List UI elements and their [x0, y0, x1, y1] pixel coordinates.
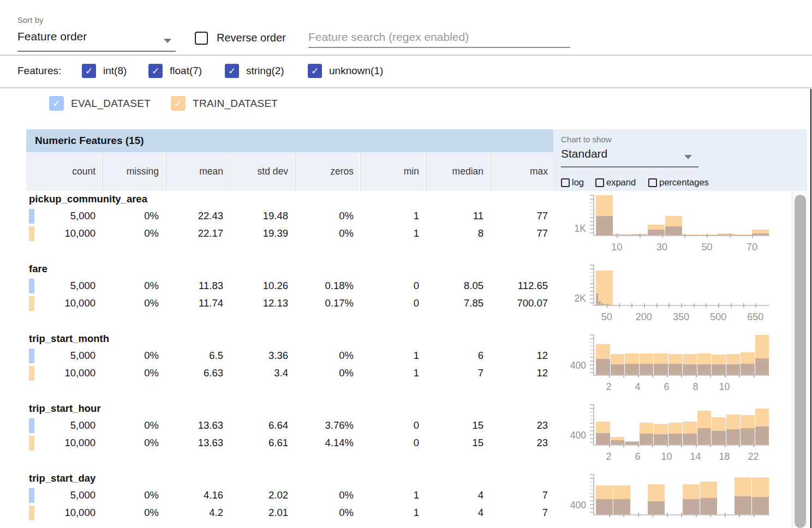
- cell-min: 1: [359, 347, 425, 364]
- percentages-label: percentages: [659, 177, 709, 188]
- search-input[interactable]: [308, 31, 570, 47]
- cell-mean: 22.43: [164, 207, 229, 225]
- sort-by-select[interactable]: Feature order: [17, 30, 176, 52]
- log-checkbox[interactable]: [561, 178, 570, 187]
- cell-min: 0: [359, 277, 425, 295]
- legend-eval-dataset[interactable]: ✓ EVAL_DATASET: [49, 96, 151, 111]
- eval-overlap-bar: [668, 434, 683, 445]
- x-axis-tick: [752, 233, 753, 238]
- histogram-plot-area[interactable]: [593, 404, 769, 446]
- cell-median: 6: [425, 347, 489, 364]
- cell-median: 11: [425, 207, 489, 225]
- chevron-down-icon: [164, 39, 171, 43]
- table-row-eval: 5,000 0% 4.16 2.02 0% 1 4 7: [26, 487, 553, 504]
- x-axis-tick-label: 2: [606, 381, 611, 393]
- cell-mean: 13.63: [164, 417, 229, 434]
- percentages-checkbox[interactable]: [648, 178, 657, 187]
- reverse-order-checkbox[interactable]: [195, 32, 208, 45]
- cell-mean: 13.63: [164, 434, 229, 452]
- x-axis-tick: [631, 303, 632, 308]
- sort-by-label: Sort by: [17, 15, 44, 25]
- eval-overlap-bar: [726, 429, 741, 445]
- cell-max: 7: [489, 487, 553, 504]
- eval-color-chip: [29, 209, 34, 224]
- x-axis-tick: [667, 443, 668, 447]
- filter-float[interactable]: ✓ float(7): [148, 64, 202, 78]
- vertical-scrollbar-thumb[interactable]: [795, 195, 806, 528]
- x-axis-tick: [607, 303, 608, 308]
- filter-string[interactable]: ✓ string(2): [225, 64, 284, 78]
- eval-overlap-bar: [712, 364, 726, 375]
- histogram-bars: [596, 265, 768, 305]
- histogram-plot-area[interactable]: [593, 195, 769, 236]
- col-max: max: [489, 152, 553, 191]
- x-axis-tick: [706, 303, 707, 308]
- x-axis-tick-label: 2: [606, 451, 611, 463]
- unknown-label: unknown(1): [329, 65, 383, 77]
- filter-unknown[interactable]: ✓ unknown(1): [308, 64, 383, 78]
- percentages-option[interactable]: percentages: [648, 177, 709, 188]
- feature-block-trip-start-day: trip_start_day 5,000 0% 4.16 2.02 0% 1 4…: [26, 470, 553, 528]
- expand-option[interactable]: expand: [595, 177, 636, 188]
- train-color-chip: [29, 366, 34, 381]
- histogram-chart[interactable]: 400: [553, 470, 795, 528]
- cell-max: 77: [489, 225, 553, 242]
- expand-checkbox[interactable]: [595, 178, 604, 187]
- cell-zeros: 0%: [294, 364, 359, 382]
- x-axis-tick: [681, 443, 682, 447]
- feature-search-field[interactable]: [308, 31, 570, 48]
- int-checkbox[interactable]: ✓: [82, 64, 96, 78]
- histogram-plot-area[interactable]: [593, 474, 769, 515]
- cell-std-dev: 2.02: [229, 487, 294, 504]
- histogram-chart[interactable]: 4002610141822: [553, 400, 795, 470]
- unknown-checkbox[interactable]: ✓: [308, 64, 322, 78]
- eval-overlap-bar: [683, 434, 697, 445]
- cell-max: 77: [489, 207, 553, 225]
- float-checkbox[interactable]: ✓: [148, 64, 163, 78]
- x-axis-tick-label: 22: [748, 451, 759, 463]
- histogram-plot-area[interactable]: [593, 265, 769, 306]
- train-dataset-checkbox[interactable]: ✓: [171, 96, 186, 111]
- x-axis-tick: [710, 443, 711, 447]
- x-axis-tick: [684, 233, 685, 238]
- x-axis-tick: [644, 303, 645, 308]
- x-axis-tick: [681, 373, 682, 377]
- cell-mean: 11.74: [164, 295, 229, 312]
- eval-overlap-bar: [611, 364, 625, 375]
- col-median: median: [425, 152, 489, 191]
- eval-overlap-bar: [712, 431, 726, 445]
- x-axis-tick: [718, 303, 719, 308]
- y-axis-label: 1K: [556, 223, 586, 235]
- eval-color-chip: [29, 418, 34, 433]
- x-axis-tick: [739, 443, 740, 447]
- histogram-chart[interactable]: 400246810: [553, 331, 795, 400]
- log-option[interactable]: log: [561, 177, 584, 188]
- histogram-chart[interactable]: 2K50200350500650: [553, 261, 795, 331]
- eval-dataset-checkbox[interactable]: ✓: [49, 96, 64, 111]
- histogram-chart[interactable]: 1K10305070: [553, 191, 795, 261]
- filter-int[interactable]: ✓ int(8): [82, 64, 127, 78]
- string-checkbox[interactable]: ✓: [225, 64, 239, 78]
- histogram-plot-area[interactable]: [593, 334, 769, 376]
- cell-missing: 0%: [101, 207, 164, 225]
- table-row-train: 10,000 0% 6.63 3.4 0% 1 7 12: [26, 364, 553, 382]
- cell-std-dev: 12.13: [229, 295, 294, 312]
- y-axis-label: 400: [556, 430, 586, 441]
- col-std-dev: std dev: [229, 152, 294, 191]
- cell-median: 15: [425, 434, 489, 452]
- float-label: float(7): [170, 65, 202, 77]
- col-count: count: [26, 152, 101, 191]
- cell-missing: 0%: [101, 225, 164, 242]
- cell-median: 7.85: [425, 295, 489, 312]
- legend-train-dataset[interactable]: ✓ TRAIN_DATASET: [171, 96, 278, 111]
- cell-zeros: 0.17%: [294, 295, 359, 312]
- cell-count: 10,000: [26, 434, 101, 452]
- x-axis-tick: [754, 373, 755, 377]
- eval-overlap-bar: [599, 301, 601, 305]
- col-mean: mean: [164, 152, 229, 191]
- cell-count: 5,000: [26, 207, 101, 225]
- filterbar-divider: [0, 87, 812, 88]
- cell-missing: 0%: [101, 295, 164, 312]
- cell-min: 1: [359, 207, 425, 225]
- chart-type-select[interactable]: Standard: [561, 147, 698, 167]
